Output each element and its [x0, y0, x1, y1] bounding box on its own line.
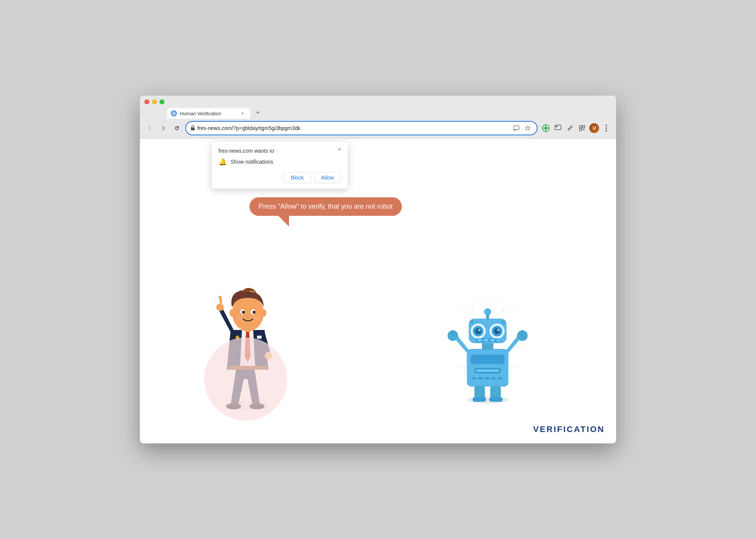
svg-point-44 — [471, 310, 474, 312]
popup-close-button[interactable]: × — [336, 146, 343, 153]
reload-button[interactable] — [172, 123, 182, 133]
popup-notification-text: Show notifications — [231, 159, 273, 165]
chrome-extension-icon[interactable] — [541, 123, 551, 133]
speech-bubble: Press "Allow" to verify, that you are no… — [249, 197, 402, 216]
svg-rect-8 — [555, 125, 561, 130]
popup-title: fres-news.com wants to — [218, 148, 341, 154]
allow-button[interactable]: Allow — [314, 172, 341, 183]
person-bg-circle — [204, 338, 287, 421]
svg-rect-12 — [579, 129, 582, 131]
svg-rect-32 — [257, 336, 262, 339]
profile-avatar[interactable]: U — [589, 123, 600, 133]
lock-icon — [191, 125, 195, 132]
traffic-lights — [144, 99, 612, 104]
extensions-icon[interactable] — [577, 123, 587, 133]
svg-point-47 — [509, 367, 511, 369]
svg-rect-4 — [514, 126, 519, 130]
tab-close-button[interactable]: × — [240, 110, 246, 116]
svg-point-31 — [253, 316, 259, 320]
back-button[interactable] — [144, 123, 155, 133]
new-tab-button[interactable]: + — [253, 107, 263, 118]
robot-illustration — [442, 292, 533, 406]
notification-popup: × fres-news.com wants to 🔔 Show notifica… — [212, 142, 348, 189]
url-text: fres-news.com/?p=gbtdayrtgm5gi3bpgm3dk — [197, 125, 510, 131]
maximize-traffic-light[interactable] — [160, 99, 164, 104]
svg-rect-9 — [556, 126, 558, 127]
svg-point-7 — [544, 127, 547, 130]
tabs-row: Human Verification × + — [144, 107, 612, 119]
block-button[interactable]: Block — [284, 172, 311, 183]
bookmark-star-icon[interactable] — [523, 124, 532, 133]
title-bar: Human Verification × + — [140, 96, 616, 119]
forward-button[interactable] — [158, 123, 169, 133]
popup-buttons: Block Allow — [218, 172, 341, 183]
address-bar: fres-news.com/?p=gbtdayrtgm5gi3bpgm3dk — [140, 119, 616, 138]
minimize-traffic-light[interactable] — [152, 99, 157, 104]
notification-row: 🔔 Show notifications — [218, 158, 341, 166]
svg-rect-3 — [191, 127, 195, 130]
svg-point-26 — [242, 311, 245, 314]
address-icons — [512, 124, 532, 133]
active-tab[interactable]: Human Verification × — [167, 108, 250, 119]
svg-rect-10 — [579, 125, 582, 128]
verification-watermark: VERIFICATION — [533, 424, 605, 434]
svg-point-15 — [606, 130, 607, 132]
svg-point-27 — [253, 311, 256, 314]
cast-icon[interactable] — [512, 124, 521, 133]
more-menu-button[interactable] — [601, 123, 612, 133]
toolbar-icons: U — [541, 123, 612, 133]
svg-point-13 — [606, 125, 607, 126]
speech-bubble-text: Press "Allow" to verify, that you are no… — [259, 203, 393, 210]
tab-title: Human Verification — [180, 111, 237, 116]
svg-point-46 — [464, 367, 466, 369]
browser-content: × fres-news.com wants to 🔔 Show notifica… — [140, 139, 616, 443]
svg-point-30 — [237, 316, 243, 320]
svg-point-29 — [261, 309, 266, 317]
bell-icon: 🔔 — [218, 158, 227, 166]
svg-point-14 — [606, 127, 607, 129]
circuit-bg — [442, 292, 533, 406]
svg-point-45 — [502, 310, 504, 312]
tab-manager-icon[interactable] — [553, 123, 563, 133]
close-traffic-light[interactable] — [144, 99, 149, 104]
browser-window: Human Verification × + fres-news.com/?p=… — [140, 96, 616, 443]
edit-icon[interactable] — [565, 123, 575, 133]
svg-point-28 — [229, 309, 235, 317]
svg-point-5 — [514, 130, 514, 131]
svg-rect-11 — [582, 125, 585, 128]
address-input[interactable]: fres-news.com/?p=gbtdayrtgm5gi3bpgm3dk — [185, 121, 538, 135]
person-illustration — [193, 262, 306, 428]
tab-favicon — [171, 110, 177, 116]
svg-point-20 — [216, 304, 224, 311]
